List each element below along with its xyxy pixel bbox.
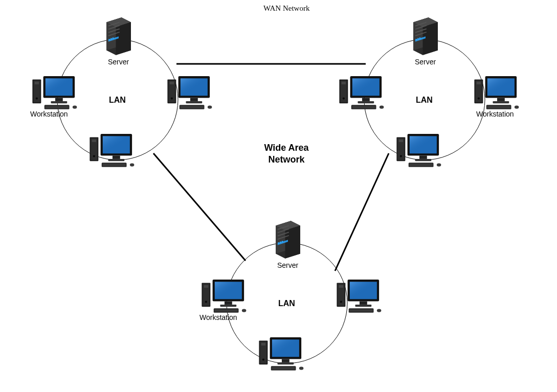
server-label: Server [415,58,436,66]
diagram-title: WAN Network [263,4,309,13]
wan-center-label-line1: Wide Area [264,143,308,153]
server-label: Server [277,261,298,269]
lan-label: LAN [416,96,433,105]
lan-label: LAN [278,299,295,308]
workstation-icon [474,75,521,111]
workstation-icon [167,75,214,111]
workstation-icon [396,133,443,169]
workstation-icon [202,279,249,314]
lan-label: LAN [109,96,126,105]
workstation-label: Workstation [199,313,237,321]
workstation-icon [32,75,79,111]
workstation-label: Workstation [30,110,68,118]
server-label: Server [108,58,129,66]
server-icon [271,217,305,262]
wan-link [153,153,246,261]
workstation-icon [90,133,137,169]
workstation-icon [337,279,384,314]
server-icon [102,14,136,59]
workstation-label: Workstation [476,110,514,118]
workstation-icon [259,336,306,372]
wan-link [335,153,389,271]
network-lines [0,0,557,392]
server-icon [409,14,442,59]
wan-center-label-line2: Network [268,154,304,165]
wan-center-label: Wide Area Network [240,142,332,165]
workstation-icon [339,75,386,111]
